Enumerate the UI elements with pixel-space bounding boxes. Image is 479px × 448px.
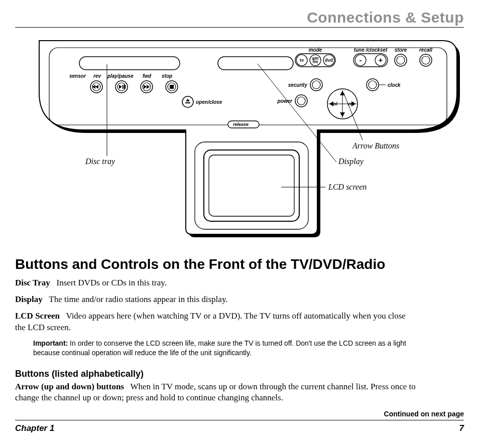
svg-point-29 — [369, 81, 377, 89]
svg-rect-13 — [170, 85, 174, 89]
important-note: Important: In order to conserve the LCD … — [33, 339, 415, 358]
term-arrow: Arrow (up and down) buttons — [15, 382, 124, 391]
device-diagram: sensor rev play/pause fwd stop — [29, 37, 464, 247]
callout-disc-tray: Disc tray — [85, 157, 115, 166]
label-stop: stop — [162, 73, 172, 79]
svg-point-22 — [312, 81, 320, 89]
svg-rect-40 — [209, 155, 294, 216]
stop-button[interactable] — [166, 81, 178, 93]
label-release: release — [233, 122, 249, 127]
security-button[interactable] — [310, 79, 322, 91]
term-lcd: LCD Screen — [15, 311, 60, 321]
def-lcd: LCD Screen Video appears here (when watc… — [15, 311, 412, 334]
clock-button[interactable] — [367, 79, 379, 91]
svg-point-24 — [297, 97, 305, 105]
def-display: Display The time and/or radio stations a… — [15, 294, 464, 306]
label-vol-l: vol — [331, 101, 337, 106]
label-plus: + — [379, 56, 383, 64]
page-header-title: Connections & Setup — [15, 9, 464, 26]
sub-heading: Buttons (listed alphabetically) — [15, 369, 464, 379]
fwd-button[interactable] — [141, 81, 153, 93]
callout-display: Display — [338, 157, 364, 166]
recall-button[interactable] — [420, 54, 432, 66]
label-amfm-bot: fm — [313, 59, 318, 64]
label-openclose: open/close — [196, 99, 222, 105]
term-disc-tray: Disc Tray — [15, 278, 50, 287]
svg-rect-7 — [123, 85, 124, 89]
def-disc-tray: Disc Tray Insert DVDs or CDs in this tra… — [15, 277, 464, 289]
important-text: In order to conserve the LCD screen life… — [33, 339, 406, 357]
footer-page: 7 — [459, 423, 464, 433]
footer-rule — [15, 420, 464, 420]
play-pause-button[interactable] — [115, 81, 128, 93]
rev-button[interactable] — [90, 81, 102, 93]
footer-chapter: Chapter 1 — [15, 423, 54, 433]
text-lcd: Video appears here (when watching TV or … — [15, 311, 406, 332]
label-playpause: play/pause — [107, 73, 134, 79]
label-sensor: sensor — [69, 73, 86, 79]
def-arrow-buttons: Arrow (up and down) buttons When in TV m… — [15, 381, 427, 404]
label-store: store — [395, 47, 407, 53]
continued-next: Continued on next page — [15, 410, 464, 418]
svg-rect-8 — [124, 85, 125, 89]
term-display: Display — [15, 294, 43, 304]
store-button[interactable] — [395, 54, 407, 66]
label-rev: rev — [93, 73, 101, 79]
svg-rect-15 — [185, 102, 190, 103]
label-mode: mode — [309, 47, 322, 53]
label-recall: recall — [419, 47, 432, 53]
callout-lcd-screen: LCD screen — [328, 183, 367, 191]
important-label: Important: — [33, 339, 68, 347]
label-clock: clock — [388, 82, 401, 88]
svg-point-14 — [182, 96, 193, 107]
label-fwd: fwd — [143, 73, 152, 79]
header-rule — [15, 27, 464, 28]
label-security: security — [288, 82, 308, 88]
power-button[interactable] — [295, 95, 307, 107]
label-dvd: dvd — [325, 58, 333, 63]
callout-arrow-buttons: Arrow Buttons — [352, 141, 399, 150]
text-disc-tray: Insert DVDs or CDs in this tray. — [56, 278, 166, 287]
label-tv: tv — [300, 58, 304, 63]
svg-point-35 — [397, 56, 405, 64]
open-close-button[interactable] — [182, 96, 193, 107]
label-tuneclockset: tune /clockset — [354, 47, 388, 53]
svg-point-37 — [422, 56, 430, 64]
label-power: power — [277, 98, 293, 104]
label-minus: - — [360, 56, 362, 64]
page-footer: Chapter 1 7 — [15, 423, 464, 433]
section-heading: Buttons and Controls on the Front of the… — [15, 256, 464, 272]
text-display: The time and/or radio stations appear in… — [49, 294, 227, 304]
